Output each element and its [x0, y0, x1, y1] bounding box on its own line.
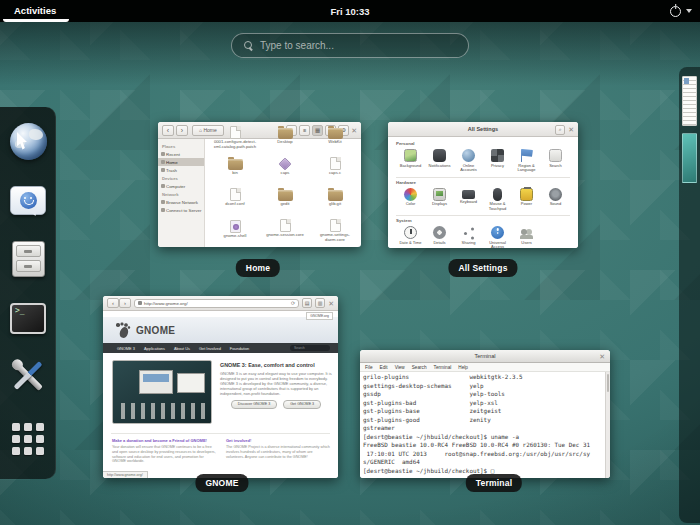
dash-item-show-applications[interactable] — [8, 417, 48, 461]
files-grid: 0001-configure-detect-xml-catalog-path.p… — [210, 126, 359, 247]
terminal-icon: >_ — [10, 303, 46, 334]
file-name: WebKit — [311, 140, 359, 145]
get-gnome3-button: Get GNOME 3 — [283, 400, 321, 409]
settings-item-icon — [433, 226, 446, 239]
sidebar-item: Computer — [158, 182, 204, 190]
settings-item-label: Sound — [542, 202, 569, 207]
window-label-home: Home — [236, 259, 280, 277]
activities-active-indicator — [3, 19, 69, 22]
file-name: dconf.conf — [211, 202, 259, 207]
file-name: gnome-settings-daem.core — [311, 233, 359, 242]
hero-paragraph: GNOME 3 is an easy and elegant way to us… — [220, 371, 332, 396]
settings-header: All Settings ⌕ ✕ — [388, 122, 578, 137]
settings-item: Power — [512, 187, 541, 214]
search-icon — [244, 41, 253, 50]
donate-column: Make a donation and become a Friend of G… — [112, 439, 216, 464]
nav-item: Get Involved — [199, 346, 221, 351]
system-menu[interactable] — [670, 0, 692, 22]
file-item: dconf.conf — [211, 188, 259, 219]
file-item: caps.c — [311, 157, 359, 188]
settings-item: Mouse & Touchpad — [483, 187, 512, 214]
settings-item-label: Background — [397, 164, 424, 169]
section-title-personal: Personal — [396, 141, 570, 146]
settings-item: Search — [541, 148, 570, 175]
close-icon: ✕ — [599, 353, 605, 360]
tools-icon — [8, 356, 48, 396]
file-icon — [328, 190, 343, 201]
window-settings[interactable]: All Settings ⌕ ✕ Personal Background Not… — [388, 122, 578, 248]
file-icon — [278, 190, 293, 201]
forward-button: › — [176, 125, 188, 136]
settings-item-label: Displays — [426, 202, 453, 207]
window-files[interactable]: ‹ › ⌂ Home ⌕ ≡ ▦ ▾ ⚙ ✕ Places RecentHome… — [158, 122, 361, 247]
file-icon — [230, 126, 241, 139]
forward-button: › — [119, 298, 131, 308]
settings-item-icon — [549, 188, 562, 201]
reload-icon: ⟳ — [291, 300, 295, 306]
file-name: caps.c — [311, 171, 359, 176]
sidebar-section-places: Places — [158, 142, 204, 150]
file-icon — [228, 159, 243, 170]
top-bar: Activities Fri 10:33 — [0, 0, 700, 22]
sidebar-section-devices: Devices — [158, 174, 204, 182]
workspace-thumbnail-2[interactable] — [682, 133, 697, 183]
involved-link: Get involved! — [226, 439, 330, 444]
settings-item: Background — [396, 148, 425, 175]
settings-item-label: Universal Access — [484, 241, 511, 249]
dash-item-terminal[interactable]: >_ — [8, 296, 48, 340]
settings-item-icon — [520, 188, 533, 201]
hero-screenshot — [112, 360, 212, 424]
menu-item: Edit — [380, 365, 388, 370]
file-cabinet-icon — [12, 241, 45, 277]
favicon — [138, 301, 142, 305]
settings-item-icon — [493, 188, 502, 201]
file-icon — [280, 219, 291, 232]
search-input[interactable]: Type to search... — [231, 33, 469, 58]
file-name: glib.git — [311, 202, 359, 207]
file-icon — [330, 219, 341, 232]
settings-item-label: Mouse & Touchpad — [484, 202, 511, 211]
settings-item-icon — [404, 188, 417, 201]
settings-item-label: Search — [542, 164, 569, 169]
settings-item-label: Notifications — [426, 164, 453, 169]
workspace-thumbnail-1[interactable] — [682, 76, 697, 126]
file-name: gedit — [261, 202, 309, 207]
settings-item: Users — [512, 225, 541, 248]
chevron-down-icon — [686, 9, 692, 13]
settings-item-icon — [462, 190, 475, 199]
settings-item: Date & Time — [396, 225, 425, 248]
clock[interactable]: Fri 10:33 — [0, 6, 700, 17]
sidebar-item: Connect to Server — [158, 206, 204, 214]
file-name: Desktop — [261, 140, 309, 145]
settings-item-icon — [433, 188, 446, 201]
window-terminal[interactable]: Terminal ✕ FileEditViewSearchTerminalHel… — [360, 350, 610, 478]
settings-search-icon: ⌕ — [555, 125, 565, 135]
settings-item-icon — [462, 226, 475, 239]
gnome-foot-logo-icon — [115, 322, 131, 338]
dash-item-tools[interactable] — [8, 354, 48, 398]
settings-item-label: Keyboard — [455, 200, 482, 205]
settings-item-icon — [433, 149, 446, 162]
settings-item-label: Online Accounts — [455, 164, 482, 173]
dash-item-files[interactable] — [8, 237, 48, 281]
sidebar-item: Trash — [158, 166, 204, 174]
window-label-terminal: Terminal — [466, 474, 522, 492]
nav-item: GNOME 3 — [117, 346, 135, 351]
window-browser[interactable]: ‹ › http://www.gnome.org/ ⟳ ▤ ▥ ✕ GNOME.… — [103, 296, 338, 478]
settings-item-label: Region & Language — [513, 164, 540, 173]
dash-item-chat[interactable] — [8, 178, 48, 222]
settings-item: Keyboard — [454, 187, 483, 214]
settings-item: Sharing — [454, 225, 483, 248]
sidebar-item: Browse Network — [158, 198, 204, 206]
file-name: 0001-configure-detect-xml-catalog-path.p… — [211, 140, 259, 149]
file-item: gnome-settings-daem.core — [311, 219, 359, 247]
web-browser-icon — [10, 123, 47, 160]
settings-item: Universal Access — [483, 225, 512, 248]
dash-item-web-browser[interactable] — [8, 119, 48, 163]
close-icon: ✕ — [568, 126, 574, 133]
section-title-system: System — [396, 218, 570, 223]
terminal-scrollbar[interactable] — [605, 372, 610, 478]
site-brand: GNOME — [136, 325, 175, 336]
power-icon — [670, 6, 681, 17]
settings-item-label: Power — [513, 202, 540, 207]
